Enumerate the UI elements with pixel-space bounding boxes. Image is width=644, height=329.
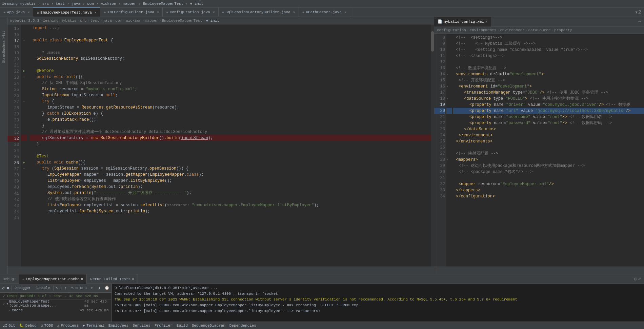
- debugger-tab[interactable]: Debugger: [13, 285, 33, 292]
- run-test-22[interactable]: ▶: [23, 69, 25, 73]
- tab-xpath-parser[interactable]: ☕ XPathParser.java ✕: [299, 7, 350, 17]
- dependencies-label: Dependencies: [229, 324, 256, 328]
- xml-panel-settings[interactable]: ⋯: [639, 19, 644, 24]
- breadcrumb-item[interactable]: test: [90, 19, 99, 23]
- tab-label: XMLConfigBuilder.java: [107, 10, 155, 14]
- problems-status[interactable]: ⚠ Problems: [57, 323, 79, 328]
- todo-status[interactable]: ☑ TODO: [41, 323, 53, 328]
- sort-button[interactable]: ⇅: [71, 285, 74, 292]
- history-button[interactable]: ⌚: [103, 285, 110, 292]
- tab-sql-session-factory-builder[interactable]: ☕ SqlSessionFactoryBuilder.java ✕: [219, 7, 299, 17]
- debug-status[interactable]: 🐛 Debug: [19, 323, 37, 328]
- fold-icon-23[interactable]: ▾: [23, 75, 25, 79]
- step-over-button[interactable]: ↷: [55, 285, 59, 292]
- tab-xml-config-builder[interactable]: ☕ XMLConfigBuilder.java ✕: [100, 7, 163, 17]
- close-icon[interactable]: ✕: [293, 10, 295, 14]
- run-test-36[interactable]: ▶: [23, 160, 25, 164]
- debug-tree: ✓ ▾ EmployeeMapperTest (com.wickson.mapp…: [0, 299, 112, 322]
- step-into-button[interactable]: ↓: [59, 285, 63, 292]
- breadcrumb-item[interactable]: mybatis-3.5.3: [10, 19, 39, 23]
- xml-fold-18[interactable]: ▾: [446, 97, 448, 101]
- xml-bc-environment[interactable]: environment: [500, 28, 525, 32]
- code-line-35: [30, 147, 431, 153]
- debug-tab-icon: ☕: [22, 277, 25, 281]
- console-tab[interactable]: Console: [34, 285, 52, 292]
- debug-tab-employee-test[interactable]: ☕ EmployeeMapperTest.cache ✕: [19, 274, 87, 284]
- breadcrumb-item[interactable]: wickson: [126, 19, 141, 23]
- close-icon[interactable]: ✕: [95, 11, 97, 15]
- export-button[interactable]: ⬆: [88, 285, 95, 292]
- debug-panel-settings[interactable]: ⚙ ⤢: [634, 276, 644, 282]
- sequence-status[interactable]: SequenceDiagram: [192, 324, 225, 328]
- expand-icon[interactable]: ⤢: [638, 276, 641, 282]
- xml-fold-14[interactable]: ▾: [446, 73, 448, 76]
- code-line-25: String resource = "mybatis-config.xml";: [30, 86, 431, 92]
- console-output: D:\Software\Java\jdk1.8.0_351\bin\java.e…: [112, 284, 644, 315]
- dependencies-status[interactable]: Dependencies: [229, 324, 256, 328]
- xml-bc-property[interactable]: property: [554, 28, 572, 32]
- tab-mybatis-config[interactable]: 📄 mybatis-config.xml ✕: [434, 17, 491, 26]
- xml-bc-datasource[interactable]: dataSource: [528, 28, 551, 32]
- breadcrumb-item[interactable]: ✱ init: [206, 18, 219, 23]
- xml-fold-16[interactable]: ▾: [446, 85, 448, 89]
- breadcrumb-item[interactable]: leaning-mybatis: [43, 19, 76, 23]
- tab-employee-mapper-test[interactable]: ☕ EmployeeMapperTest.java ✕: [33, 7, 100, 17]
- close-debug-tab[interactable]: ✕: [81, 277, 83, 281]
- build-status[interactable]: Build: [177, 324, 188, 328]
- git-status[interactable]: ⎇ Git: [3, 323, 15, 328]
- debug-tab-rerun[interactable]: Rerun Failed Tests ✕: [87, 274, 138, 284]
- stop-button[interactable]: ■: [6, 285, 9, 292]
- close-icon[interactable]: ✕: [27, 10, 29, 14]
- code-line-44: List<Employee> employeeList = session.se…: [30, 202, 431, 208]
- services-status[interactable]: Services: [133, 324, 150, 328]
- tree-method-label: cache: [12, 308, 23, 312]
- build-label: Build: [177, 324, 188, 328]
- xml-line-11: <!-- </settings>-->: [453, 53, 644, 59]
- fold-icon-17[interactable]: ▾: [23, 39, 25, 42]
- tab-configuration[interactable]: ☕ Configuration.java ✕: [163, 7, 218, 17]
- tab-overflow[interactable]: ▾2: [635, 9, 644, 16]
- restart-button[interactable]: ↺: [1, 285, 5, 292]
- git-icon: ⎇: [3, 323, 7, 328]
- expand-icon[interactable]: ▾: [6, 302, 9, 306]
- close-icon[interactable]: ✕: [157, 10, 159, 14]
- code-line-31: }: [30, 123, 431, 129]
- import-button[interactable]: ⬇: [96, 285, 103, 292]
- xml-line-33: </mappers>: [453, 187, 644, 193]
- close-icon[interactable]: ✕: [344, 10, 346, 14]
- profiler-status[interactable]: Profiler: [155, 324, 173, 328]
- xml-status-bar: [434, 267, 644, 274]
- breadcrumb-item[interactable]: com: [116, 19, 122, 23]
- breadcrumb-item[interactable]: mapper: [145, 19, 159, 23]
- code-line-36: @Test: [30, 153, 431, 159]
- collapse-all-button[interactable]: ⊟: [84, 285, 88, 292]
- tree-row-method[interactable]: ✓ cache 43 sec 426 ms: [0, 307, 112, 314]
- code-line-41: employees.forEach(System.out::println);: [30, 184, 431, 190]
- fold-icon-27[interactable]: ▾: [23, 100, 25, 103]
- tab-label: Configuration.java: [170, 10, 210, 14]
- breadcrumb-item[interactable]: src: [80, 19, 87, 23]
- tab-app[interactable]: ☕ App.java ✕: [0, 7, 33, 17]
- xml-line-24: </environment>: [453, 132, 644, 138]
- xml-bc-environments[interactable]: environments: [469, 28, 496, 32]
- terminal-status[interactable]: ▶ Terminal: [83, 323, 104, 328]
- xml-bc-configuration[interactable]: configuration: [437, 28, 466, 32]
- fold-icon-37[interactable]: ▾: [23, 167, 25, 171]
- xml-line-8: <!-- <settings>-->: [453, 35, 644, 41]
- employees-status[interactable]: Employees: [108, 324, 128, 328]
- xml-fold-28[interactable]: ▾: [446, 158, 448, 162]
- breadcrumb-item[interactable]: java: [103, 19, 112, 23]
- breadcrumb-item[interactable]: EmployeeMapperTest: [162, 19, 202, 23]
- settings-icon[interactable]: ⚙: [634, 276, 637, 282]
- structure-sidebar-icon[interactable]: Structure: [1, 51, 7, 57]
- project-title: leaning-mybatis › src › test › java › co…: [2, 1, 203, 6]
- xml-line-13: <!-- 数据库环境配置 -->: [453, 65, 644, 71]
- debug-console: D:\Software\Java\jdk1.8.0_351\bin\java.e…: [112, 284, 644, 322]
- close-rerun-tab[interactable]: ✕: [132, 277, 134, 281]
- close-xml-tab[interactable]: ✕: [485, 20, 487, 24]
- tree-row-class[interactable]: ✓ ▾ EmployeeMapperTest (com.wickson.mapp…: [0, 300, 112, 307]
- step-out-button[interactable]: ↑: [64, 285, 67, 292]
- expand-all-button[interactable]: ⊞: [79, 285, 83, 292]
- filter-button[interactable]: ⊞: [75, 285, 79, 292]
- close-icon[interactable]: ✕: [213, 10, 215, 14]
